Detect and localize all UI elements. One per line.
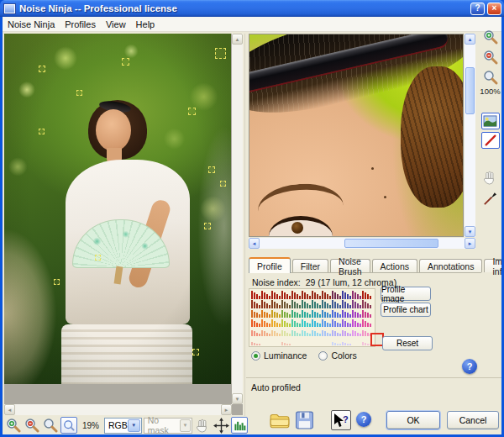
preview-pan-hand-icon[interactable]	[481, 169, 500, 187]
radio-colors-label: Colors	[331, 350, 356, 361]
noise-histogram[interactable]	[249, 288, 375, 347]
preview-zoom-label: 100%	[480, 87, 500, 96]
sample-marker	[54, 279, 60, 285]
histogram-row	[250, 336, 374, 345]
cancel-button[interactable]: Cancel	[447, 411, 499, 429]
scroll-down-icon[interactable]: ▼	[232, 393, 243, 404]
help-icon[interactable]: ?	[356, 412, 371, 427]
title-bar[interactable]: Noise Ninja -- Professional license ? ×	[0, 0, 504, 17]
panel-help-icon[interactable]: ?	[462, 359, 477, 374]
preview-zoom-reset-icon[interactable]	[481, 68, 500, 86]
sample-marker	[192, 349, 199, 355]
app-icon	[4, 4, 15, 13]
preview-hair-bun	[401, 66, 464, 208]
histogram-mode-radios: Luminance Colors	[251, 350, 357, 361]
status-bar: Auto profiled	[246, 377, 501, 399]
channel-select[interactable]: RGB ▼	[104, 418, 142, 434]
menu-item-profiles[interactable]: Profiles	[60, 19, 101, 29]
histogram-row	[250, 290, 374, 299]
chevron-down-icon[interactable]: ▼	[128, 419, 140, 432]
mask-value: No mask	[148, 415, 180, 434]
left-toolbar: 19% RGB ▼ No mask ▼	[3, 416, 248, 434]
noise-ninja-window: Noise Ninja -- Professional license ? × …	[0, 0, 504, 437]
open-profile-icon[interactable]	[269, 411, 291, 433]
scroll-left-icon[interactable]: ◄	[4, 404, 15, 415]
scrollbar-thumb[interactable]	[465, 67, 475, 114]
dialog-body: Noise NinjaProfilesViewHelp ▲ ▼	[3, 17, 501, 434]
left-horizontal-scrollbar[interactable]: ◄ ►	[4, 404, 232, 415]
sample-marker	[76, 90, 82, 96]
mask-select[interactable]: No mask ▼	[144, 418, 193, 434]
profile-chart-button[interactable]: Profile chart	[381, 303, 431, 317]
histogram-view-button[interactable]	[231, 417, 248, 434]
compare-original-button[interactable]	[481, 113, 500, 129]
preview-mole	[371, 167, 374, 170]
preview-vertical-scrollbar[interactable]: ▲ ▼	[465, 34, 475, 237]
scrollbar-thumb[interactable]	[344, 239, 438, 248]
status-text: Auto profiled	[251, 382, 301, 392]
tab-bar: ProfileFilterNoise BrushActionsAnnotatio…	[249, 257, 481, 273]
noise-brush-icon[interactable]	[481, 189, 500, 207]
tab-profile[interactable]: Profile	[249, 257, 291, 273]
preview-zoom-in-icon[interactable]	[481, 28, 500, 45]
tab-noise-brush[interactable]: Noise Brush	[330, 259, 370, 272]
preview-mole	[384, 196, 386, 198]
sample-marker	[204, 223, 211, 229]
scroll-down-icon[interactable]: ▼	[465, 226, 475, 237]
scroll-up-icon[interactable]: ▲	[232, 34, 243, 45]
context-help-button[interactable]: ?	[331, 410, 351, 430]
scroll-up-icon[interactable]: ▲	[465, 34, 475, 45]
zoom-in-icon[interactable]	[5, 417, 22, 434]
menu-item-view[interactable]: View	[101, 19, 131, 29]
scroll-right-icon[interactable]: ►	[465, 238, 475, 249]
zoom-fit-icon[interactable]	[42, 417, 59, 434]
window-title: Noise Ninja -- Professional license	[19, 3, 468, 13]
tab-filter[interactable]: Filter	[292, 259, 328, 272]
noise-index-label: Noise index:	[252, 277, 301, 287]
sample-marker	[95, 255, 101, 261]
noise-index-line: Noise index: 29 (17 lum, 12 chroma)	[252, 277, 396, 287]
zoom-region-button[interactable]	[60, 417, 77, 434]
radio-dot	[251, 351, 260, 361]
window-help-button[interactable]: ?	[470, 3, 485, 15]
svg-text:?: ?	[343, 414, 349, 424]
sample-marker	[39, 129, 45, 134]
sample-marker	[39, 66, 45, 72]
preview-iris	[291, 222, 303, 234]
left-vertical-scrollbar[interactable]: ▲ ▼	[232, 34, 243, 404]
window-close-button[interactable]: ×	[487, 3, 501, 15]
filter-preview-button[interactable]	[481, 132, 500, 149]
preview-horizontal-scrollbar[interactable]: ◄ ►	[249, 238, 475, 249]
sample-marker	[188, 108, 196, 115]
preview-zoom-out-icon[interactable]	[481, 48, 500, 66]
pan-hand-icon[interactable]	[194, 417, 211, 434]
chevron-down-icon: ▼	[180, 419, 192, 432]
ok-button[interactable]: OK	[386, 411, 440, 429]
radio-dot	[318, 351, 328, 361]
tab-actions[interactable]: Actions	[372, 259, 417, 272]
radio-colors[interactable]: Colors	[318, 350, 356, 361]
tab-annotations[interactable]: Annotations	[419, 259, 482, 272]
save-profile-icon[interactable]	[295, 411, 314, 433]
zoom-percent-label: 19%	[79, 421, 102, 430]
histogram-row	[250, 318, 374, 327]
move-tool-icon[interactable]	[213, 417, 229, 434]
zoom-preview[interactable]	[249, 34, 464, 237]
menu-item-noise-ninja[interactable]: Noise Ninja	[3, 19, 60, 29]
tab-image-info[interactable]: Image info	[484, 259, 501, 272]
profile-image-button[interactable]: Profile image	[381, 287, 431, 301]
scroll-right-icon[interactable]: ►	[221, 404, 232, 415]
radio-luminance[interactable]: Luminance	[251, 350, 307, 361]
preview-tool-rail: 100%	[479, 25, 501, 207]
scroll-left-icon[interactable]: ◄	[249, 238, 260, 249]
zoom-out-icon[interactable]	[24, 417, 40, 434]
menu-bar: Noise NinjaProfilesViewHelp	[3, 17, 501, 32]
radio-luminance-label: Luminance	[264, 350, 307, 361]
sample-marker	[208, 166, 215, 173]
menu-item-help[interactable]: Help	[131, 19, 160, 29]
image-viewport: ▲ ▼ ◄ ►	[4, 34, 243, 415]
histogram-row	[250, 308, 374, 318]
profile-sample-markers	[4, 34, 231, 384]
main-image[interactable]	[4, 34, 231, 384]
reset-button[interactable]: Reset	[382, 336, 433, 350]
